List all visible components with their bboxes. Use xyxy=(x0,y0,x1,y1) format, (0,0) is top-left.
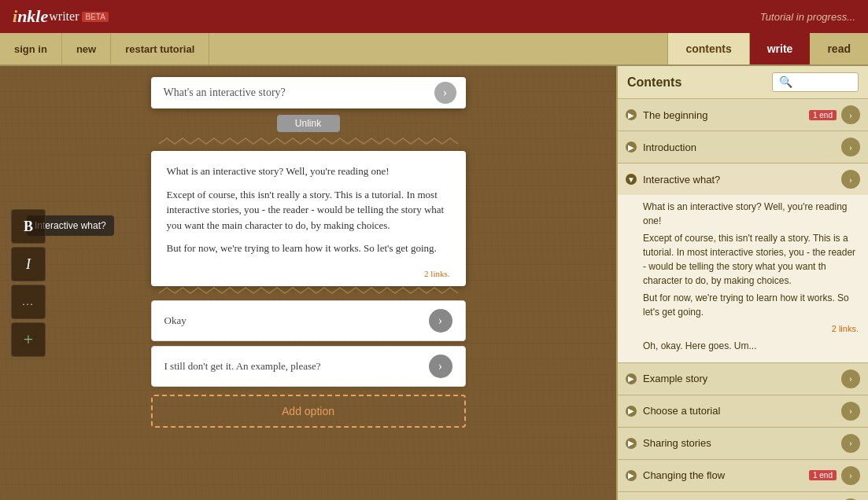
contents-item-introduction[interactable]: ▶ Introduction › xyxy=(618,131,868,164)
contents-title: Contents xyxy=(627,75,681,90)
choice-example-button[interactable]: I still don't get it. An example, please… xyxy=(151,346,466,387)
right-panel: Contents 🔍 ▶ The beginning 1 end › ▶ xyxy=(616,66,868,500)
contents-item-options-header[interactable]: ▶ Options 1 end › xyxy=(618,492,868,501)
write-button[interactable]: write xyxy=(750,33,811,64)
contents-item-example-story-header[interactable]: ▶ Example story › xyxy=(618,363,868,395)
contents-arrow-interactive-what: ▼ xyxy=(626,174,637,185)
card-para2: Except of course, this isn't really a st… xyxy=(167,187,450,233)
beta-badge: BETA xyxy=(82,12,108,22)
new-button[interactable]: new xyxy=(62,33,111,64)
body-links-count: 2 links. xyxy=(643,322,859,336)
card-para3: But for now, we're trying to learn how i… xyxy=(167,241,450,256)
more-button[interactable]: ... xyxy=(11,285,46,319)
app-logo: inkle writer BETA xyxy=(13,6,109,27)
tutorial-status: Tutorial in progress... xyxy=(760,11,855,23)
choice-okay-label: Okay xyxy=(164,314,187,327)
search-icon: 🔍 xyxy=(779,75,792,89)
choice-example-label: I still don't get it. An example, please… xyxy=(164,360,321,373)
contents-item-changing-flow-header[interactable]: ▶ Changing the flow 1 end › xyxy=(618,460,868,491)
contents-arrow-introduction: ▶ xyxy=(626,142,637,153)
unlink-button[interactable]: Unlink xyxy=(277,115,340,132)
contents-arrow-example-story: ▶ xyxy=(626,373,637,384)
contents-item-introduction-label: Introduction xyxy=(643,142,837,153)
contents-item-changing-flow[interactable]: ▶ Changing the flow 1 end › xyxy=(618,460,868,492)
contents-item-sharing-stories-header[interactable]: ▶ Sharing stories › xyxy=(618,428,868,459)
choose-tutorial-goto-icon[interactable]: › xyxy=(841,402,860,421)
body-extra-line: Oh, okay. Here goes. Um... xyxy=(643,339,859,353)
changing-flow-goto-icon[interactable]: › xyxy=(841,466,860,485)
whats-card: What's an interactive story? › xyxy=(151,77,466,108)
contents-item-interactive-what[interactable]: ▼ Interactive what? › What is an interac… xyxy=(618,164,868,363)
contents-item-the-beginning[interactable]: ▶ The beginning 1 end › xyxy=(618,99,868,131)
app-header: inkle writer BETA Tutorial in progress..… xyxy=(0,0,868,33)
contents-arrow-choose-tutorial: ▶ xyxy=(626,406,637,417)
contents-item-example-story[interactable]: ▶ Example story › xyxy=(618,363,868,395)
add-option-button[interactable]: Add option xyxy=(151,395,466,428)
contents-header: Contents 🔍 xyxy=(618,66,868,99)
contents-item-changing-flow-label: Changing the flow xyxy=(643,469,804,481)
choice-example-arrow-icon: › xyxy=(429,355,452,378)
add-button[interactable]: + xyxy=(11,322,46,357)
the-beginning-badge: 1 end xyxy=(809,110,837,120)
contents-arrow-changing-flow: ▶ xyxy=(626,470,637,481)
body-line-2: Except of course, this isn't really a st… xyxy=(643,231,859,288)
nav-left: sign in new restart tutorial xyxy=(0,33,209,64)
sign-in-button[interactable]: sign in xyxy=(0,33,62,64)
interactive-what-goto-icon[interactable]: › xyxy=(841,170,860,189)
introduction-goto-icon[interactable]: › xyxy=(841,138,860,156)
contents-item-introduction-header[interactable]: ▶ Introduction › xyxy=(618,131,868,163)
the-beginning-goto-icon[interactable]: › xyxy=(841,105,860,124)
search-box[interactable]: 🔍 xyxy=(772,72,859,92)
card-para1: What is an interactive story? Well, you'… xyxy=(167,164,450,179)
contents-item-sharing-stories-label: Sharing stories xyxy=(643,437,837,449)
body-line-3: But for now, we're trying to learn how i… xyxy=(643,291,859,319)
whats-card-goto-icon[interactable]: › xyxy=(434,82,456,104)
contents-item-interactive-what-body: What is an interactive story? Well, you'… xyxy=(618,195,868,362)
editor-content: Interactive what? What's an interactive … xyxy=(16,74,600,492)
contents-item-interactive-what-header[interactable]: ▼ Interactive what? › xyxy=(618,164,868,195)
main-story-card: What is an interactive story? Well, you'… xyxy=(151,151,466,286)
links-count: 2 links. xyxy=(167,264,450,278)
contents-arrow-the-beginning: ▶ xyxy=(626,109,637,120)
sharing-stories-goto-icon[interactable]: › xyxy=(841,434,860,453)
contents-item-the-beginning-header[interactable]: ▶ The beginning 1 end › xyxy=(618,99,868,131)
example-story-goto-icon[interactable]: › xyxy=(841,369,860,388)
contents-item-choose-tutorial[interactable]: ▶ Choose a tutorial › xyxy=(618,395,868,428)
contents-item-the-beginning-label: The beginning xyxy=(643,109,804,121)
zigzag-connector-2 xyxy=(151,286,466,300)
contents-item-choose-tutorial-label: Choose a tutorial xyxy=(643,405,837,417)
nav-right: contents write read xyxy=(667,33,868,64)
contents-item-example-story-label: Example story xyxy=(643,373,837,384)
search-input[interactable] xyxy=(796,77,859,88)
contents-arrow-sharing-stories: ▶ xyxy=(626,438,637,449)
left-toolbar: B I ... + xyxy=(11,209,46,357)
restart-tutorial-button[interactable]: restart tutorial xyxy=(111,33,209,64)
nav-bar: sign in new restart tutorial contents wr… xyxy=(0,33,868,66)
editor-area: Interactive what? What's an interactive … xyxy=(0,66,616,500)
contents-button[interactable]: contents xyxy=(667,33,749,64)
choice-okay-arrow-icon: › xyxy=(429,309,452,333)
whats-card-row: What's an interactive story? › xyxy=(151,77,466,113)
whats-card-text: What's an interactive story? xyxy=(164,86,286,98)
contents-item-interactive-what-label: Interactive what? xyxy=(643,174,837,186)
italic-button[interactable]: I xyxy=(11,247,46,281)
contents-item-options[interactable]: ▶ Options 1 end › xyxy=(618,492,868,501)
read-button[interactable]: read xyxy=(810,33,868,64)
contents-item-sharing-stories[interactable]: ▶ Sharing stories › xyxy=(618,428,868,460)
logo-writer-text: writer xyxy=(49,9,79,24)
contents-item-choose-tutorial-header[interactable]: ▶ Choose a tutorial › xyxy=(618,395,868,427)
changing-flow-badge: 1 end xyxy=(809,470,837,480)
zigzag-connector xyxy=(151,137,466,151)
logo-inkle-text: inkle xyxy=(13,6,48,27)
main-area: Interactive what? What's an interactive … xyxy=(0,66,868,500)
choice-okay-button[interactable]: Okay › xyxy=(151,300,466,341)
bold-button[interactable]: B xyxy=(11,209,46,244)
contents-list: ▶ The beginning 1 end › ▶ Introduction ›… xyxy=(618,99,868,500)
body-line-1: What is an interactive story? Well, you'… xyxy=(643,200,859,228)
